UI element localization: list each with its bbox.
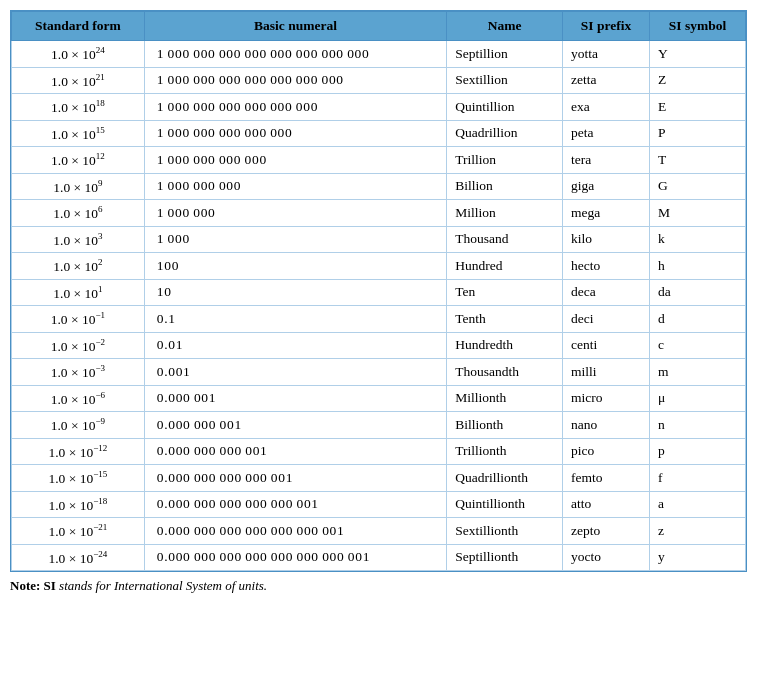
cell-si-symbol: d [649, 306, 745, 333]
header-name: Name [447, 12, 563, 41]
cell-si-symbol: k [649, 226, 745, 253]
cell-standard-form: 1.0 × 10−12 [12, 438, 145, 465]
table-row: 1.0 × 10−90.000 000 001Billionthnanon [12, 412, 746, 439]
table-row: 1.0 × 10−20.01Hundredthcentic [12, 332, 746, 359]
header-basic-numeral: Basic numeral [144, 12, 446, 41]
table-row: 1.0 × 10−210.000 000 000 000 000 000 001… [12, 518, 746, 545]
cell-si-prefix: tera [562, 147, 649, 174]
table-row: 1.0 × 10−240.000 000 000 000 000 000 000… [12, 544, 746, 571]
table-row: 1.0 × 102100Hundredhectoh [12, 253, 746, 280]
cell-si-symbol: z [649, 518, 745, 545]
cell-si-symbol: y [649, 544, 745, 571]
cell-si-prefix: mega [562, 200, 649, 227]
cell-standard-form: 1.0 × 10−1 [12, 306, 145, 333]
cell-standard-form: 1.0 × 10−2 [12, 332, 145, 359]
cell-si-symbol: c [649, 332, 745, 359]
cell-si-prefix: pico [562, 438, 649, 465]
table-row: 1.0 × 10241 000 000 000 000 000 000 000 … [12, 41, 746, 68]
cell-standard-form: 1.0 × 1021 [12, 67, 145, 94]
cell-si-prefix: zepto [562, 518, 649, 545]
cell-name: Billion [447, 173, 563, 200]
cell-standard-form: 1.0 × 1018 [12, 94, 145, 121]
cell-si-prefix: yotta [562, 41, 649, 68]
cell-name: Trillion [447, 147, 563, 174]
cell-basic-numeral: 0.000 000 000 000 000 001 [144, 491, 446, 518]
table-row: 1.0 × 1091 000 000 000BilliongigaG [12, 173, 746, 200]
table-row: 1.0 × 10−150.000 000 000 000 001Quadrill… [12, 465, 746, 492]
table-row: 1.0 × 10151 000 000 000 000 000Quadrilli… [12, 120, 746, 147]
cell-standard-form: 1.0 × 10−24 [12, 544, 145, 571]
cell-standard-form: 1.0 × 10−18 [12, 491, 145, 518]
si-prefix-table: Standard form Basic numeral Name SI pref… [11, 11, 746, 571]
cell-si-prefix: femto [562, 465, 649, 492]
table-row: 1.0 × 1061 000 000MillionmegaM [12, 200, 746, 227]
cell-si-symbol: Y [649, 41, 745, 68]
cell-basic-numeral: 0.01 [144, 332, 446, 359]
table-row: 1.0 × 10181 000 000 000 000 000 000Quint… [12, 94, 746, 121]
cell-si-symbol: f [649, 465, 745, 492]
table-row: 1.0 × 10−120.000 000 000 001Trillionthpi… [12, 438, 746, 465]
cell-name: Ten [447, 279, 563, 306]
cell-basic-numeral: 1 000 000 [144, 200, 446, 227]
cell-si-symbol: G [649, 173, 745, 200]
table-row: 1.0 × 10211 000 000 000 000 000 000 000S… [12, 67, 746, 94]
table-row: 1.0 × 10−30.001Thousandthmillim [12, 359, 746, 386]
cell-name: Quadrillionth [447, 465, 563, 492]
cell-standard-form: 1.0 × 102 [12, 253, 145, 280]
cell-basic-numeral: 0.000 000 000 000 000 000 001 [144, 518, 446, 545]
cell-si-prefix: yocto [562, 544, 649, 571]
cell-si-prefix: kilo [562, 226, 649, 253]
cell-standard-form: 1.0 × 103 [12, 226, 145, 253]
table-row: 1.0 × 10−10.1Tenthdecid [12, 306, 746, 333]
cell-si-prefix: deca [562, 279, 649, 306]
cell-name: Thousand [447, 226, 563, 253]
cell-basic-numeral: 1 000 000 000 000 [144, 147, 446, 174]
cell-name: Billionth [447, 412, 563, 439]
cell-si-prefix: centi [562, 332, 649, 359]
cell-standard-form: 1.0 × 106 [12, 200, 145, 227]
cell-standard-form: 1.0 × 10−3 [12, 359, 145, 386]
cell-si-prefix: atto [562, 491, 649, 518]
cell-standard-form: 1.0 × 101 [12, 279, 145, 306]
cell-si-symbol: E [649, 94, 745, 121]
cell-si-symbol: da [649, 279, 745, 306]
cell-si-prefix: hecto [562, 253, 649, 280]
header-si-symbol: SI symbol [649, 12, 745, 41]
cell-si-prefix: milli [562, 359, 649, 386]
cell-basic-numeral: 0.000 000 000 000 001 [144, 465, 446, 492]
cell-basic-numeral: 1 000 000 000 000 000 000 000 000 [144, 41, 446, 68]
table-row: 1.0 × 1031 000Thousandkilok [12, 226, 746, 253]
cell-name: Million [447, 200, 563, 227]
cell-basic-numeral: 0.001 [144, 359, 446, 386]
cell-name: Quintillion [447, 94, 563, 121]
header-standard-form: Standard form [12, 12, 145, 41]
cell-name: Sextillionth [447, 518, 563, 545]
header-si-prefix: SI prefix [562, 12, 649, 41]
cell-si-prefix: peta [562, 120, 649, 147]
cell-basic-numeral: 0.000 001 [144, 385, 446, 412]
cell-name: Hundredth [447, 332, 563, 359]
cell-basic-numeral: 1 000 000 000 000 000 [144, 120, 446, 147]
cell-basic-numeral: 0.000 000 000 001 [144, 438, 446, 465]
cell-si-symbol: n [649, 412, 745, 439]
cell-si-prefix: exa [562, 94, 649, 121]
table-row: 1.0 × 10−180.000 000 000 000 000 001Quin… [12, 491, 746, 518]
cell-name: Tenth [447, 306, 563, 333]
cell-name: Quadrillion [447, 120, 563, 147]
cell-si-symbol: M [649, 200, 745, 227]
cell-basic-numeral: 1 000 000 000 000 000 000 [144, 94, 446, 121]
cell-si-symbol: P [649, 120, 745, 147]
cell-si-prefix: deci [562, 306, 649, 333]
cell-si-symbol: m [649, 359, 745, 386]
cell-standard-form: 1.0 × 10−9 [12, 412, 145, 439]
cell-basic-numeral: 0.000 000 001 [144, 412, 446, 439]
cell-si-prefix: giga [562, 173, 649, 200]
cell-si-symbol: h [649, 253, 745, 280]
cell-name: Septillionth [447, 544, 563, 571]
table-row: 1.0 × 10121 000 000 000 000TrillionteraT [12, 147, 746, 174]
cell-si-symbol: T [649, 147, 745, 174]
cell-name: Septillion [447, 41, 563, 68]
cell-standard-form: 1.0 × 10−21 [12, 518, 145, 545]
cell-name: Trillionth [447, 438, 563, 465]
cell-name: Thousandth [447, 359, 563, 386]
